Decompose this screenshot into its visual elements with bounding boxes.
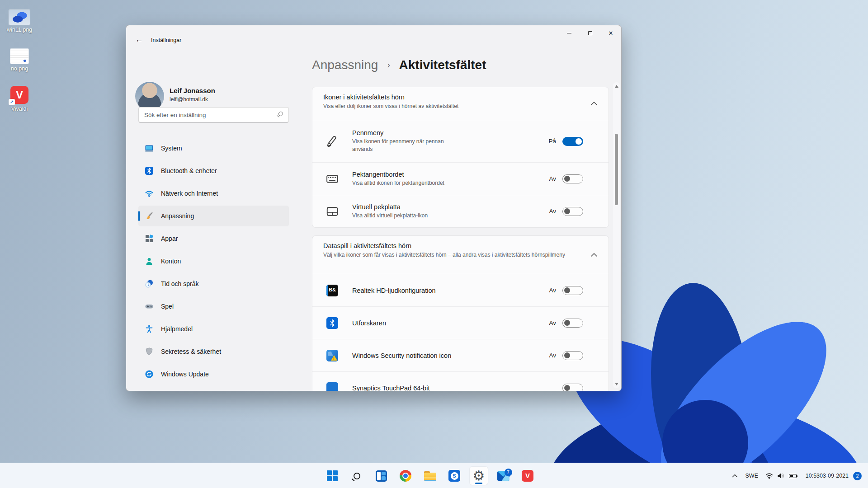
back-button[interactable]: ←	[132, 33, 146, 46]
taskbar-vivaldi-button[interactable]: V	[519, 467, 537, 485]
chevron-up-icon[interactable]	[590, 101, 598, 106]
system-icon	[145, 144, 154, 153]
synaptics-toggle[interactable]	[562, 384, 583, 392]
sidebar-item-accounts[interactable]: Konton	[138, 251, 289, 272]
search-icon	[354, 473, 360, 479]
utforskaren-toggle[interactable]	[562, 319, 583, 328]
tray-clock[interactable]: 10:53 03-09-2021	[800, 467, 853, 485]
tray-system-icons[interactable]	[762, 467, 800, 485]
virtuell-pekplatta-toggle[interactable]	[562, 207, 583, 216]
windows-security-toggle[interactable]	[562, 351, 583, 360]
profile-name: Leif Jonasson	[170, 87, 215, 94]
sidebar-item-personalization[interactable]: Anpassning	[138, 206, 289, 226]
toggle-knob	[576, 138, 582, 145]
settings-gear-icon: ⚙	[473, 469, 485, 483]
scroll-down-icon[interactable]	[615, 383, 618, 385]
desktop-icon-label: Vivaldi	[0, 106, 39, 112]
toggle-knob	[564, 208, 570, 214]
desktop-icon-no[interactable]: no.png	[0, 49, 39, 72]
taskbar-mail-button[interactable]: 7	[494, 467, 512, 485]
taskbar-chrome-button[interactable]	[396, 467, 415, 485]
wifi-icon	[765, 473, 773, 479]
setting-row-virtuell-pekplatta: Virtuell pekplatta Visa alltid virtuell …	[312, 195, 609, 227]
sidebar-item-windows-update[interactable]: Windows Update	[138, 364, 289, 385]
tray-date: 03-09-2021	[820, 472, 849, 480]
maximize-button[interactable]	[580, 25, 600, 41]
tray-show-hidden-icons-button[interactable]	[728, 467, 742, 485]
taskbar-task-view-button[interactable]	[372, 467, 390, 485]
card-title: Ikoner i aktivitetsfältets hörn	[323, 94, 583, 101]
win11-thumbnail-icon	[9, 10, 30, 25]
taskbar-file-explorer-button[interactable]	[421, 467, 439, 485]
settings-search[interactable]	[138, 107, 289, 122]
tray-language-indicator[interactable]: SWE	[742, 467, 762, 485]
explorer-bluetooth-app-icon	[326, 317, 338, 329]
setting-title: Pektangentbordet	[352, 171, 549, 178]
maximize-icon	[588, 31, 592, 35]
scroll-up-icon[interactable]	[615, 85, 618, 88]
setting-title: Pennmeny	[352, 129, 548, 136]
search-icon	[278, 112, 283, 116]
realtek-app-icon: B&	[326, 285, 338, 296]
toggle-state-label: Av	[549, 352, 556, 359]
setting-row-windows-security: Windows Security notification icon Av	[312, 339, 609, 371]
sidebar-item-bluetooth[interactable]: Bluetooth & enheter	[138, 160, 289, 181]
close-icon: ✕	[609, 30, 613, 36]
card-header[interactable]: Ikoner i aktivitetsfältets hörn Visa ell…	[312, 87, 609, 120]
card-header[interactable]: Dataspill i aktivitetsfältets hörn Välj …	[312, 236, 609, 274]
toggle-knob	[564, 352, 570, 358]
pektangentbordet-toggle[interactable]	[562, 174, 583, 183]
taskbar-settings-button[interactable]: ⚙	[470, 467, 488, 485]
content-scrollbar[interactable]	[613, 82, 620, 388]
toggle-state-label: Av	[549, 208, 556, 215]
sidebar-item-time-language[interactable]: Tid och språk	[138, 273, 289, 294]
window-title: Inställningar	[151, 37, 181, 43]
scrollbar-thumb[interactable]	[615, 134, 618, 205]
breadcrumb-parent[interactable]: Anpassning	[312, 58, 378, 72]
search-input[interactable]	[144, 108, 271, 122]
pennmeny-toggle[interactable]	[562, 137, 583, 146]
title-bar[interactable]: ← Inställningar ✕	[126, 25, 621, 47]
mail-badge: 7	[505, 469, 512, 476]
sidebar-item-label: Nätverk och Internet	[161, 190, 218, 197]
sidebar-item-label: Anpassning	[161, 212, 194, 220]
setting-row-realtek: B& Realtek HD-ljudkonfiguration Av	[312, 274, 609, 306]
sidebar-item-network[interactable]: Nätverk och Internet	[138, 183, 289, 204]
profile-email: leifi@hotmail.dk	[170, 96, 208, 103]
breadcrumb-separator-icon: ›	[387, 60, 390, 70]
realtek-toggle[interactable]	[562, 286, 583, 295]
card-taskbar-corner-icons: Ikoner i aktivitetsfältets hörn Visa ell…	[312, 87, 609, 228]
windows-start-icon	[327, 470, 338, 481]
card-subtitle: Välj vilka ikoner som får visas i aktivi…	[323, 251, 583, 259]
taskbar-search-button[interactable]	[348, 467, 366, 485]
sidebar-item-accessibility[interactable]: Hjälpmedel	[138, 319, 289, 339]
minimize-icon	[567, 33, 571, 33]
sidebar-item-privacy[interactable]: Sekretess & säkerhet	[138, 341, 289, 362]
taskbar-s-app-button[interactable]: S	[445, 467, 463, 485]
setting-title: Realtek HD-ljudkonfiguration	[352, 287, 549, 294]
file-explorer-icon	[424, 471, 436, 481]
chevron-up-icon[interactable]	[590, 253, 598, 257]
taskbar: S ⚙ 7 V SWE	[0, 463, 868, 488]
sidebar-item-system[interactable]: System	[138, 138, 289, 159]
desktop-icon-vivaldi[interactable]: V ↗ Vivaldi	[0, 86, 39, 112]
setting-title: Utforskaren	[352, 319, 549, 327]
wifi-icon	[145, 189, 154, 198]
card-taskbar-corner-overflow: Dataspill i aktivitetsfältets hörn Välj …	[312, 235, 609, 391]
minimize-button[interactable]	[559, 25, 580, 41]
sidebar-item-apps[interactable]: Appar	[138, 228, 289, 249]
card-title: Dataspill i aktivitetsfältets hörn	[323, 242, 583, 249]
s-app-icon: S	[448, 470, 460, 482]
toggle-state-label: På	[548, 138, 556, 145]
settings-sidebar: System Bluetooth & enheter Nätverk och I…	[138, 138, 289, 386]
pen-icon	[326, 135, 339, 148]
setting-description: Visa alltid ikonen för pektangentbordet	[352, 179, 549, 187]
notification-count-badge[interactable]: 2	[853, 472, 862, 480]
sidebar-item-gaming[interactable]: Spel	[138, 296, 289, 317]
desktop-icon-win11[interactable]: win11.png	[0, 10, 39, 33]
sidebar-item-label: Appar	[161, 235, 178, 242]
close-button[interactable]: ✕	[600, 25, 621, 41]
shortcut-arrow-icon: ↗	[9, 99, 15, 105]
taskbar-start-button[interactable]	[323, 467, 341, 485]
sidebar-item-label: Konton	[161, 258, 181, 265]
